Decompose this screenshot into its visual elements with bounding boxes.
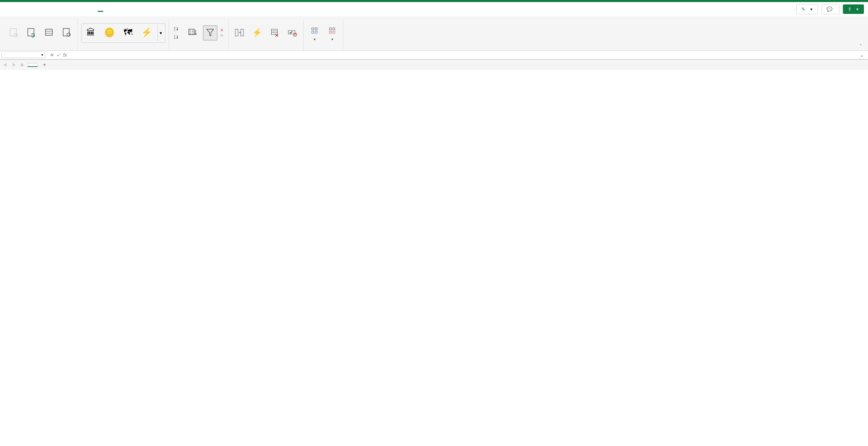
menu-data[interactable] bbox=[98, 7, 103, 12]
custom-sort-button[interactable]: ZAAZ bbox=[185, 26, 200, 40]
menu-view[interactable] bbox=[129, 7, 134, 11]
svg-text:Z: Z bbox=[174, 29, 176, 31]
accept-formula-button[interactable]: ✓ bbox=[56, 52, 60, 58]
sort-desc-icon: ZA bbox=[174, 34, 179, 40]
svg-point-1 bbox=[14, 34, 17, 37]
svg-rect-3 bbox=[46, 29, 52, 35]
map-icon: 🗺 bbox=[124, 27, 132, 38]
svg-rect-29 bbox=[329, 28, 331, 30]
chevron-down-icon: ▼ bbox=[856, 7, 859, 11]
menu-page-layout[interactable] bbox=[67, 7, 72, 11]
clear-icon: ✕ bbox=[220, 28, 223, 33]
svg-rect-0 bbox=[10, 29, 16, 36]
svg-text:A: A bbox=[174, 26, 176, 29]
reapply-filter-button: ⟳ bbox=[220, 33, 225, 38]
bank-icon: 🏛 bbox=[86, 27, 95, 38]
svg-rect-27 bbox=[312, 31, 314, 33]
chevron-down-icon: ▼ bbox=[810, 7, 813, 11]
svg-rect-17 bbox=[235, 29, 238, 36]
menu-home[interactable] bbox=[20, 7, 25, 11]
ungroup-button[interactable]: ▾ bbox=[325, 24, 340, 42]
name-box[interactable]: ▾ bbox=[1, 52, 46, 58]
ungroup-icon bbox=[327, 25, 338, 36]
svg-rect-30 bbox=[333, 28, 335, 30]
svg-rect-25 bbox=[312, 28, 314, 30]
formula-bar: ▾ ✕ ✓ fx ⌄ bbox=[0, 51, 868, 59]
flash-fill-button[interactable]: ⚡ bbox=[250, 26, 265, 40]
menu-review[interactable] bbox=[113, 7, 119, 11]
share-button[interactable]: ⇪ ▼ bbox=[843, 4, 864, 14]
workbook-links-button[interactable] bbox=[59, 26, 74, 40]
flash-fill-icon: ⚡ bbox=[252, 27, 263, 38]
svg-rect-28 bbox=[315, 31, 317, 33]
comments-button[interactable]: 💬 bbox=[821, 4, 839, 14]
sort-asc-icon: AZ bbox=[174, 26, 179, 32]
svg-rect-6 bbox=[63, 29, 69, 36]
sort-descending-button[interactable]: ZA bbox=[173, 34, 183, 40]
filter-icon bbox=[205, 27, 216, 38]
bolt-icon: ⚡ bbox=[141, 27, 152, 38]
svg-text:Z: Z bbox=[192, 32, 194, 35]
svg-rect-31 bbox=[329, 31, 331, 33]
currencies-datatype[interactable]: 🪙 bbox=[101, 25, 118, 41]
svg-text:A: A bbox=[189, 32, 191, 35]
svg-rect-18 bbox=[241, 29, 243, 36]
chevron-down-icon: ▾ bbox=[331, 37, 333, 41]
sort-ascending-button[interactable]: AZ bbox=[173, 25, 183, 32]
geography-datatype[interactable]: 🗺 bbox=[120, 25, 136, 41]
sheet-nav-prev[interactable]: < bbox=[3, 61, 8, 68]
group-icon bbox=[309, 25, 320, 36]
svg-text:Z: Z bbox=[174, 35, 176, 37]
remove-dup-icon bbox=[269, 27, 280, 38]
sheet-list-button[interactable]: ≡ bbox=[19, 61, 24, 68]
queries-icon bbox=[43, 27, 54, 38]
editing-mode-button[interactable]: ✎ ▼ bbox=[796, 4, 818, 14]
chevron-down-icon: ▾ bbox=[314, 37, 315, 41]
text-to-columns-button[interactable] bbox=[232, 26, 247, 40]
chevron-down-icon: ▾ bbox=[41, 53, 43, 57]
svg-text:A: A bbox=[174, 37, 176, 39]
data-types-gallery: 🏛 🪙 🗺 ⚡ ▾ bbox=[81, 23, 165, 43]
datatypes-more-button[interactable]: ▾ bbox=[158, 25, 164, 41]
refresh-all-button[interactable] bbox=[24, 26, 39, 40]
currency-icon: 🪙 bbox=[104, 27, 115, 38]
sheet-tab-active[interactable] bbox=[28, 63, 38, 67]
refresh-all-icon bbox=[26, 27, 37, 38]
clear-filter-button: ✕ bbox=[220, 28, 225, 33]
add-sheet-button[interactable]: + bbox=[40, 60, 49, 69]
cancel-formula-button[interactable]: ✕ bbox=[50, 52, 54, 58]
fx-button[interactable]: fx bbox=[63, 52, 67, 58]
data-validation-button[interactable] bbox=[285, 26, 300, 40]
remove-duplicates-button[interactable] bbox=[267, 26, 282, 40]
group-button[interactable]: ▾ bbox=[307, 24, 322, 42]
automatic-datatype[interactable]: ⚡ bbox=[138, 25, 156, 41]
svg-rect-19 bbox=[271, 29, 277, 35]
stocks-datatype[interactable]: 🏛 bbox=[83, 25, 98, 41]
menu-help[interactable] bbox=[145, 7, 150, 11]
menu-draw[interactable] bbox=[51, 7, 56, 11]
svg-text:A: A bbox=[192, 30, 194, 32]
menu-bar: ✎ ▼ 💬 ⇪ ▼ bbox=[0, 2, 868, 16]
svg-rect-26 bbox=[315, 28, 317, 30]
ribbon: 🏛 🪙 🗺 ⚡ ▾ bbox=[0, 16, 868, 51]
svg-rect-2 bbox=[28, 29, 34, 36]
menu-file[interactable] bbox=[4, 7, 10, 11]
refresh-selected-button bbox=[6, 26, 21, 40]
custom-sort-icon: ZAAZ bbox=[187, 27, 198, 38]
menu-formulas[interactable] bbox=[82, 7, 88, 11]
queries-button[interactable] bbox=[41, 26, 56, 40]
data-val-icon bbox=[287, 27, 298, 38]
comment-icon: 💬 bbox=[827, 6, 832, 12]
refresh-selected-icon bbox=[8, 27, 19, 38]
sheet-nav-next[interactable]: > bbox=[11, 61, 16, 68]
filter-button[interactable] bbox=[203, 25, 217, 40]
svg-rect-32 bbox=[333, 31, 335, 33]
menu-insert[interactable] bbox=[35, 7, 41, 11]
collapse-ribbon-button[interactable]: ˄ bbox=[856, 42, 865, 50]
svg-text:Z: Z bbox=[189, 30, 191, 32]
formula-input[interactable] bbox=[71, 51, 857, 58]
pen-icon: ✎ bbox=[801, 6, 806, 12]
ttc-icon bbox=[234, 27, 245, 38]
reapply-icon: ⟳ bbox=[220, 33, 223, 38]
expand-formula-bar-button[interactable]: ⌄ bbox=[857, 52, 867, 58]
